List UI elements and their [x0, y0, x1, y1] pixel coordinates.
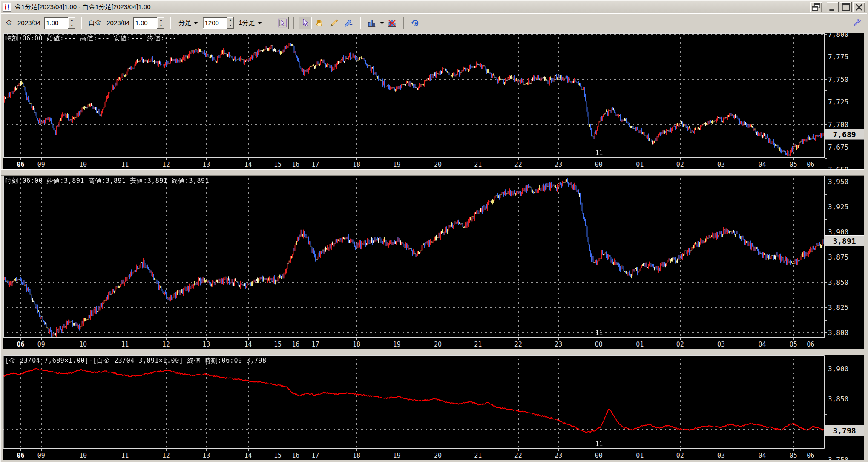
toolbar: 金 2023/04 ▲▼ 白金 2023/04 ▲▼ 分足 ▲▼ 1分足 R — [1, 13, 867, 32]
last-price-badge: 7,689 — [825, 129, 864, 140]
spin-down-button[interactable]: ▼ — [157, 23, 164, 29]
x-axis-hour-label: 18 — [353, 452, 360, 459]
gold-chart-plot[interactable]: 時刻:06:00 始値:--- 高値:--- 安値:--- 終値:--- 11 — [3, 33, 825, 158]
y-axis-tick — [825, 399, 827, 399]
hand-pan-icon[interactable] — [313, 17, 326, 29]
x-axis-hour-label: 21 — [474, 452, 482, 459]
chart-select-icon[interactable] — [276, 17, 289, 29]
x-axis-tick — [680, 449, 681, 451]
platinum-month-label: 2023/04 — [105, 19, 131, 26]
chart-area: 時刻:06:00 始値:--- 高値:--- 安値:--- 終値:--- 11 … — [1, 32, 867, 461]
pencil-draw-icon[interactable] — [328, 17, 341, 29]
x-axis-tick — [599, 158, 599, 160]
platinum-multiplier-input[interactable] — [133, 17, 157, 29]
x-axis-hour-label: 16 — [292, 161, 299, 168]
x-axis-hour-label: 04 — [758, 341, 766, 348]
y-axis-tick — [825, 414, 827, 415]
x-axis-tick — [478, 338, 478, 340]
y-axis-tick — [825, 207, 827, 207]
x-axis-hour-label: 05 — [790, 161, 797, 168]
spin-up-button[interactable]: ▲ — [227, 17, 234, 23]
minimize-button[interactable] — [827, 2, 839, 12]
x-axis-tick — [518, 338, 519, 340]
spread-chart-info: [金 23/04 7,689×1.00]-[白金 23/04 3,891×1.0… — [5, 357, 267, 365]
x-axis-tick — [762, 449, 762, 451]
x-axis-hour-label: 10 — [79, 341, 87, 348]
x-axis-hour-label: 14 — [244, 341, 252, 348]
x-axis-hour-label: 17 — [312, 452, 319, 459]
x-axis-tick — [478, 158, 478, 160]
spin-up-button[interactable]: ▲ — [68, 17, 75, 23]
close-button[interactable] — [853, 2, 865, 12]
wrench-settings-icon[interactable] — [851, 17, 863, 29]
x-axis-hour-label: 18 — [353, 341, 360, 348]
x-axis-tick — [721, 158, 721, 160]
gold-multiplier-input[interactable] — [44, 17, 68, 29]
x-axis-tick — [166, 449, 167, 451]
y-axis-price-label: 7,700 — [828, 120, 848, 128]
x-axis-hour-label: 10 — [79, 452, 87, 459]
gold-y-axis: 7,8007,7757,7507,7257,7007,6757,6507,689 — [825, 33, 864, 169]
panel-separator[interactable] — [1, 349, 867, 355]
y-axis-tick — [825, 113, 827, 113]
x-axis-tick — [248, 158, 249, 160]
x-axis-tick — [278, 449, 278, 451]
x-axis-tick — [83, 338, 83, 340]
x-axis-tick — [680, 338, 681, 340]
bar-chart-remove-icon[interactable] — [386, 17, 399, 29]
x-axis-hour-label: 09 — [37, 452, 45, 459]
reset-rotate-icon[interactable]: R — [409, 17, 422, 29]
x-axis-tick — [206, 338, 207, 340]
x-axis-tick — [640, 449, 640, 451]
x-axis-tick — [316, 158, 316, 160]
y-axis-tick — [825, 34, 827, 35]
x-axis-tick — [125, 158, 125, 160]
cursor-icon[interactable] — [299, 17, 312, 29]
x-axis-tick — [558, 338, 559, 340]
gold-candlestick-canvas[interactable] — [3, 33, 825, 158]
period-dropdown[interactable]: 1分足 — [236, 18, 264, 28]
y-axis-tick — [825, 384, 827, 384]
x-axis-hour-label: 23 — [555, 161, 562, 168]
platinum-label: 白金 — [87, 19, 103, 27]
x-axis-hour-label: 02 — [676, 341, 684, 348]
panel-separator[interactable] — [1, 169, 867, 176]
y-axis-tick — [825, 90, 827, 91]
x-axis-hour-label: 00 — [595, 161, 603, 168]
chevron-down-icon[interactable] — [380, 22, 384, 24]
maximize-button[interactable] — [840, 2, 852, 12]
spin-up-button[interactable]: ▲ — [157, 17, 164, 23]
title-bar[interactable]: 金1分足[2023/04]1.00 - 白金1分足[2023/04]1.00 — [1, 1, 867, 13]
x-axis-hour-label: 09 — [37, 341, 45, 348]
bar-chart-dropdown-icon[interactable] — [365, 17, 378, 29]
window-buttons — [810, 2, 865, 12]
spin-down-button[interactable]: ▼ — [227, 23, 234, 29]
y-axis-price-label: 7,750 — [828, 75, 848, 83]
y-axis-tick — [825, 194, 827, 195]
x-axis-hour-label: 19 — [393, 452, 400, 459]
y-axis-tick — [825, 282, 827, 283]
interval-dropdown[interactable]: 分足 — [176, 18, 200, 28]
x-axis-tick — [762, 158, 762, 160]
chevron-down-icon — [258, 22, 262, 24]
y-axis-price-label: 3,925 — [828, 203, 848, 211]
x-axis-tick — [793, 158, 794, 160]
x-axis-tick — [41, 449, 42, 451]
spread-chart-plot[interactable]: [金 23/04 7,689×1.00]-[白金 23/04 3,891×1.0… — [3, 355, 825, 449]
pen-crosshair-icon[interactable] — [342, 17, 355, 29]
x-axis-tick — [41, 338, 42, 340]
x-axis-hour-label: 20 — [434, 452, 442, 459]
y-axis-tick — [825, 68, 827, 68]
platinum-chart-plot[interactable]: 時刻:06:00 始値:3,891 高値:3,891 安値:3,891 終値:3… — [3, 176, 825, 338]
spread-line-canvas[interactable] — [3, 355, 825, 449]
platinum-candlestick-canvas[interactable] — [3, 176, 825, 338]
x-axis-hour-label: 22 — [514, 161, 522, 168]
cascade-button[interactable] — [810, 2, 822, 12]
bar-count-input[interactable] — [203, 17, 227, 29]
x-axis-tick — [356, 158, 357, 160]
spin-down-button[interactable]: ▼ — [68, 23, 75, 29]
x-axis-tick — [296, 338, 296, 340]
x-axis-tick — [356, 449, 357, 451]
window-title: 金1分足[2023/04]1.00 - 白金1分足[2023/04]1.00 — [15, 3, 807, 11]
date-marker: 11 — [595, 329, 603, 337]
